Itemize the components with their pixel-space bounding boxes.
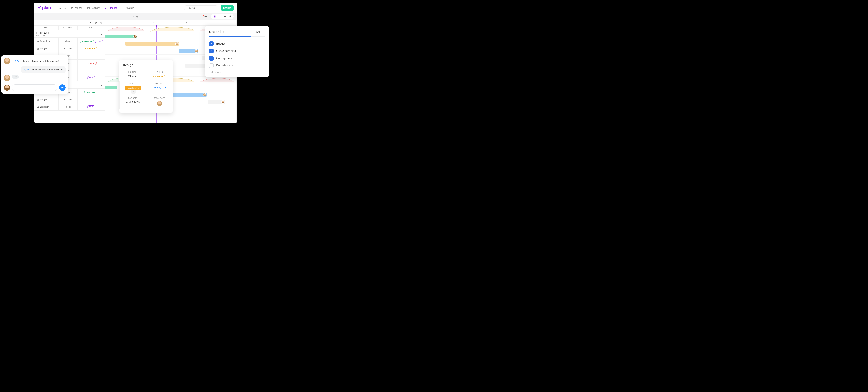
- task-row[interactable]: ▤ Design 12 hours CONTROL: [34, 45, 105, 52]
- detail-cell-labels: LABELS CONTROL: [146, 69, 173, 81]
- svg-point-4: [205, 16, 206, 17]
- timeline-bar[interactable]: [179, 49, 198, 53]
- checklist-item[interactable]: ✓ Budget: [209, 41, 265, 46]
- brand-check-icon: [37, 5, 42, 9]
- detail-cell-status: STATUS Internal control→: [119, 81, 146, 95]
- timeline-bar[interactable]: [105, 35, 137, 38]
- svg-rect-2: [88, 7, 89, 9]
- comment-input[interactable]: [12, 84, 57, 91]
- checklist-header: Checklist 3/4 ➔: [209, 30, 265, 34]
- timeline-bar[interactable]: [208, 100, 225, 104]
- detail-label: LABELS: [149, 71, 169, 73]
- chevron-down-icon[interactable]: ⌄: [101, 83, 103, 87]
- mention: @Dave: [14, 60, 22, 62]
- view-nav: List Kanban Calender Timeline Analysis: [58, 5, 135, 10]
- label-pill: PRIO: [87, 105, 95, 108]
- puzzle-button[interactable]: [213, 15, 216, 18]
- puzzle-icon: [213, 15, 216, 18]
- task-row[interactable]: ▤ Objectives 8 hours AGREEMENT PRIO: [34, 38, 105, 45]
- card-icon: ▤: [37, 47, 39, 50]
- tools-icon: [208, 15, 210, 18]
- label-pill: CONTROL: [153, 75, 165, 78]
- project-row[interactable]: Project 1034 Van Brussel ⌄: [34, 30, 105, 38]
- avatar: [175, 42, 179, 45]
- checkbox[interactable]: ✓: [209, 49, 214, 53]
- search-box[interactable]: [184, 5, 218, 10]
- people-button[interactable]: [218, 15, 221, 18]
- filter-button[interactable]: [201, 15, 204, 18]
- status-next-button[interactable]: →: [131, 90, 135, 94]
- detail-cell-estimate: ESTIMATE 24 hours: [119, 69, 146, 81]
- fullscreen-button[interactable]: [176, 5, 181, 10]
- label-pill: CONTROL: [85, 47, 97, 50]
- task-row[interactable]: ▤Design 10 hours: [34, 96, 105, 103]
- avatar: [203, 93, 207, 96]
- people-icon: [219, 15, 221, 18]
- nav-list-label: List: [63, 7, 66, 9]
- nav-analysis[interactable]: Analysis: [121, 5, 135, 10]
- checklist-title: Checklist: [209, 30, 224, 34]
- checklist-panel: Checklist 3/4 ➔ ✓ Budget ✓ Quote accepte…: [205, 26, 269, 77]
- card-icon: ▤: [37, 98, 39, 101]
- tools-button[interactable]: [208, 15, 210, 18]
- column-headers: NAME ESTIMATE LABELS: [34, 26, 105, 30]
- col-name-header: NAME: [34, 26, 58, 30]
- svg-point-8: [95, 22, 96, 23]
- send-button[interactable]: [59, 84, 66, 91]
- add-checklist-item[interactable]: Add more: [210, 71, 265, 74]
- checklist-item[interactable]: ✓ Concept send: [209, 56, 265, 61]
- detail-value[interactable]: Tue, May 31th: [149, 86, 169, 89]
- label-pill: PRIO: [87, 76, 95, 79]
- avatar: [221, 100, 225, 104]
- svg-point-5: [219, 16, 220, 17]
- timeline-bar[interactable]: [105, 86, 117, 89]
- pencil-icon: [89, 22, 92, 24]
- left-panel-actions: [34, 20, 105, 26]
- nav-calendar[interactable]: Calender: [86, 5, 101, 10]
- archive-button[interactable]: [224, 15, 226, 18]
- eye-icon: [94, 22, 97, 24]
- avatar[interactable]: [157, 101, 162, 106]
- task-estimate: 12 hours: [58, 45, 78, 52]
- checklist-item[interactable]: Deposit within: [209, 63, 265, 68]
- status-pill[interactable]: Internal control: [125, 86, 141, 90]
- arrow-right-icon[interactable]: ➔: [262, 30, 265, 34]
- visibility-button[interactable]: [204, 15, 207, 18]
- comment: @Lisa Great! Shall we meet tomorrow?: [4, 66, 66, 73]
- show-button[interactable]: [94, 21, 97, 24]
- chevron-down-icon[interactable]: ⌄: [101, 32, 103, 36]
- archive-icon: [224, 15, 226, 18]
- checklist-item[interactable]: ✓ Quote accepted: [209, 49, 265, 53]
- comments-panel: @Dave the client has approved the concep…: [1, 55, 68, 94]
- hide-button[interactable]: [99, 21, 102, 24]
- backlog-button[interactable]: Backlog: [221, 5, 234, 10]
- nav-kanban[interactable]: Kanban: [70, 5, 84, 10]
- search-input[interactable]: [188, 7, 217, 9]
- task-labels: PRIO: [78, 74, 105, 81]
- send-icon: [61, 86, 64, 89]
- checkbox[interactable]: ✓: [209, 56, 214, 61]
- brand-logo: plan: [37, 5, 51, 10]
- checklist-item-label: Quote accepted: [216, 50, 236, 53]
- brand-text: plan: [42, 5, 51, 10]
- checkbox[interactable]: [209, 63, 214, 68]
- week-col: W22: [171, 20, 204, 25]
- checklist-count: 3/4 ➔: [255, 30, 265, 34]
- timeline-bar[interactable]: [125, 42, 179, 46]
- checkbox[interactable]: ✓: [209, 41, 214, 46]
- task-estimate: 10 hours: [58, 96, 78, 103]
- task-estimate: 8 hours: [58, 38, 78, 45]
- nav-list[interactable]: List: [58, 5, 67, 10]
- edit-button[interactable]: [89, 21, 92, 24]
- task-row[interactable]: ▤Execution 5 hours PRIO: [34, 103, 105, 110]
- typing-indicator: [12, 75, 19, 78]
- checklist-items: ✓ Budget ✓ Quote accepted ✓ Concept send…: [209, 41, 265, 68]
- svg-rect-0: [71, 7, 72, 8]
- task-name: Design: [40, 47, 46, 50]
- comment-composer: [4, 84, 66, 91]
- comment-typing: [4, 75, 66, 81]
- header-right: Backlog: [176, 5, 234, 10]
- trash-button[interactable]: [229, 15, 231, 18]
- nav-timeline[interactable]: Timeline: [103, 5, 119, 10]
- task-name: Objectives: [40, 40, 50, 42]
